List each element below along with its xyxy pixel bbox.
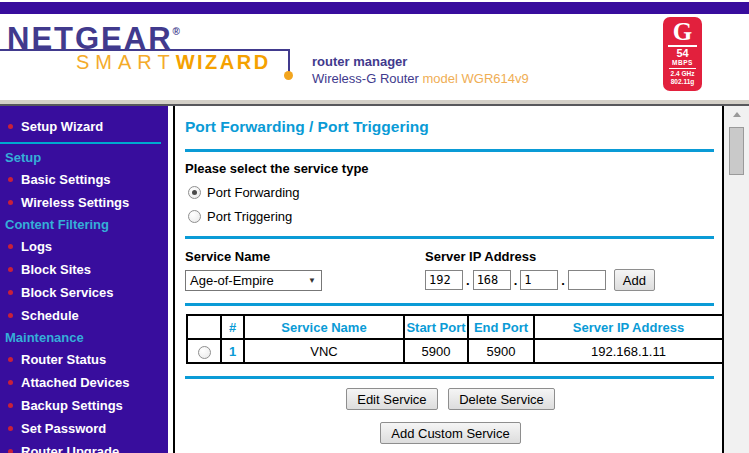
sidebar-item-label: Block Services xyxy=(21,285,114,300)
sidebar-item-label: Backup Settings xyxy=(21,398,123,413)
sidebar-item-backup-settings[interactable]: Backup Settings xyxy=(0,394,168,417)
ip-separator: . xyxy=(561,273,565,288)
ip-octet-4-input[interactable] xyxy=(568,270,606,290)
scroll-up-icon xyxy=(733,112,741,117)
divider-rule xyxy=(185,376,714,379)
bullet-icon xyxy=(8,313,13,318)
scrollbar-thumb[interactable] xyxy=(729,127,744,175)
sidebar-item-basic-settings[interactable]: Basic Settings xyxy=(0,168,168,191)
service-actions: Edit Service Delete Service xyxy=(185,388,716,410)
num-column-header: # xyxy=(221,315,244,339)
chevron-down-icon: ▼ xyxy=(308,276,316,285)
sidebar-item-logs[interactable]: Logs xyxy=(0,235,168,258)
wizard-text: WIZARD xyxy=(176,51,271,73)
bullet-icon xyxy=(8,290,13,295)
table-header-row: # Service Name Start Port End Port Serve… xyxy=(187,315,723,339)
bullet-icon xyxy=(8,200,13,205)
add-button[interactable]: Add xyxy=(614,269,655,291)
divider-rule xyxy=(185,303,714,306)
sidebar-section-maintenance: Maintenance xyxy=(0,327,168,348)
divider-rule xyxy=(185,149,714,152)
badge-standard: 802.11g xyxy=(663,78,702,86)
ip-separator: . xyxy=(514,273,518,288)
badge-g-letter: G xyxy=(663,19,702,44)
radio-column-header xyxy=(187,315,221,339)
router-model-line: Wireless-G Router model WGR614v9 xyxy=(312,71,529,86)
sidebar-item-label: Logs xyxy=(21,239,52,254)
service-name-select[interactable]: Age-of-Empire ▼ xyxy=(185,270,322,291)
smart-text: SMART xyxy=(76,51,176,73)
router-manager-block: router manager Wireless-G Router model W… xyxy=(312,54,529,86)
sidebar-item-label: Attached Devices xyxy=(21,375,129,390)
edit-service-button[interactable]: Edit Service xyxy=(346,388,437,410)
radio-port-triggering[interactable]: Port Triggering xyxy=(188,208,716,224)
ip-octet-1-input[interactable] xyxy=(425,270,463,290)
end-port-column-header: End Port xyxy=(468,315,534,339)
start-port-column-header: Start Port xyxy=(404,315,468,339)
sidebar-item-router-status[interactable]: Router Status xyxy=(0,348,168,371)
badge-mbps: MBPS xyxy=(663,59,702,67)
bullet-icon xyxy=(8,380,13,385)
ip-octet-2-input[interactable] xyxy=(473,270,511,290)
ip-octet-3-input[interactable] xyxy=(520,270,558,290)
add-custom-service-button[interactable]: Add Custom Service xyxy=(380,422,521,444)
badge-band: 2.4 GHz xyxy=(663,70,702,78)
badge-speed: 54 xyxy=(663,48,702,59)
sidebar-item-label: Setup Wizard xyxy=(21,119,103,134)
form-labels-row: Service Name Server IP Address xyxy=(185,249,716,264)
bullet-icon xyxy=(8,267,13,272)
sidebar-section-content-filtering: Content Filtering xyxy=(0,214,168,235)
service-name-label: Service Name xyxy=(185,249,425,264)
bullet-icon xyxy=(8,244,13,249)
sidebar-section-setup: Setup xyxy=(0,147,168,168)
radio-button-icon[interactable] xyxy=(188,210,201,223)
bullet-icon xyxy=(8,426,13,431)
radio-port-forwarding[interactable]: Port Forwarding xyxy=(188,184,716,200)
server-ip-group: . . . Add xyxy=(425,269,655,291)
service-name-col: Age-of-Empire ▼ xyxy=(185,270,425,291)
sidebar-item-label: Block Sites xyxy=(21,262,91,277)
main-content: Port Forwarding / Port Triggering Please… xyxy=(175,106,722,453)
sidebar-item-set-password[interactable]: Set Password xyxy=(0,417,168,440)
row-server-ip: 192.168.1.11 xyxy=(534,339,723,363)
sidebar-item-attached-devices[interactable]: Attached Devices xyxy=(0,371,168,394)
router-manager-label: router manager xyxy=(312,54,529,69)
bullet-icon xyxy=(8,403,13,408)
table-row: 1 VNC 5900 5900 192.168.1.11 xyxy=(187,339,723,363)
row-radio-cell xyxy=(187,339,221,363)
sidebar-item-label: Wireless Settings xyxy=(21,195,129,210)
bullet-icon xyxy=(8,449,13,453)
sidebar-item-block-services[interactable]: Block Services xyxy=(0,281,168,304)
sidebar-item-block-sites[interactable]: Block Sites xyxy=(0,258,168,281)
content-scrollbar[interactable] xyxy=(724,106,749,453)
top-purple-bar xyxy=(0,2,749,14)
sidebar-item-label: Schedule xyxy=(21,308,79,323)
radio-label: Port Triggering xyxy=(207,209,292,224)
badge-rule-2 xyxy=(669,68,696,69)
bullet-icon xyxy=(8,177,13,182)
sidebar-item-wireless-settings[interactable]: Wireless Settings xyxy=(0,191,168,214)
router-model: model WGR614v9 xyxy=(423,71,529,86)
scrollbar-up-button[interactable] xyxy=(724,106,749,123)
radio-button-icon[interactable] xyxy=(188,186,201,199)
bullet-icon xyxy=(8,357,13,362)
sidebar-item-setup-wizard[interactable]: Setup Wizard xyxy=(0,115,168,138)
ip-separator: . xyxy=(466,273,470,288)
router-name: Wireless-G Router xyxy=(312,71,423,86)
smartwizard-logo: SMARTWIZARD xyxy=(76,52,271,73)
sidebar-nav: Setup Wizard Setup Basic Settings Wirele… xyxy=(0,106,168,453)
sidebar-item-label: Router Upgrade xyxy=(21,444,119,453)
row-radio-button[interactable] xyxy=(198,346,211,359)
server-ip-label: Server IP Address xyxy=(425,249,536,264)
service-type-label: Please select the service type xyxy=(185,161,716,176)
sidebar-item-label: Router Status xyxy=(21,352,106,367)
delete-service-button[interactable]: Delete Service xyxy=(448,388,555,410)
bullet-icon xyxy=(8,124,13,129)
wireless-g-badge: G 54 MBPS 2.4 GHz 802.11g xyxy=(663,17,702,91)
radio-label: Port Forwarding xyxy=(207,185,299,200)
sidebar-item-router-upgrade[interactable]: Router Upgrade xyxy=(0,440,168,453)
sidebar-divider xyxy=(0,142,161,144)
custom-service-action: Add Custom Service xyxy=(185,422,716,444)
row-start-port: 5900 xyxy=(404,339,468,363)
sidebar-item-schedule[interactable]: Schedule xyxy=(0,304,168,327)
